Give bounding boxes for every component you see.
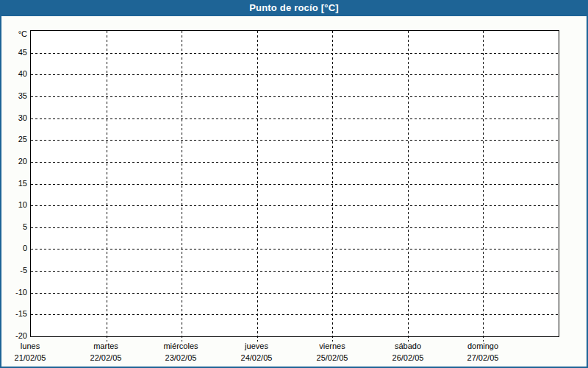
plot-area — [30, 30, 559, 337]
y-tick-label: 45 — [4, 48, 27, 57]
y-tick-label: 20 — [4, 157, 27, 166]
h-gridline — [31, 162, 559, 163]
y-tick-label: -20 — [4, 331, 27, 341]
h-gridline — [31, 205, 559, 206]
y-tick-label: 0 — [4, 244, 27, 253]
x-day-label: jueves — [220, 342, 293, 351]
h-gridline — [31, 140, 559, 141]
v-gridline — [483, 31, 484, 342]
v-gridline — [182, 31, 182, 342]
h-gridline — [31, 184, 559, 185]
v-gridline — [408, 31, 409, 342]
chart-window: Punto de rocío [°C] °C 45403530252015105… — [0, 0, 588, 368]
x-date-label: 27/02/05 — [446, 353, 520, 363]
x-day-label: lunes — [0, 342, 67, 351]
y-tick-label: -15 — [4, 309, 27, 319]
y-axis-unit-label: °C — [4, 29, 27, 39]
x-day-label: sábado — [371, 342, 445, 351]
x-date-label: 21/02/05 — [0, 353, 67, 363]
x-date-label: 22/02/05 — [69, 353, 143, 363]
x-date-label: 26/02/05 — [371, 353, 445, 363]
h-gridline — [31, 227, 559, 228]
h-gridline — [31, 96, 559, 97]
chart-title: Punto de rocío [°C] — [249, 2, 339, 13]
v-gridline — [257, 31, 258, 342]
x-date-label: 24/02/05 — [220, 353, 293, 363]
v-gridline — [332, 31, 333, 342]
x-day-label: miércoles — [144, 342, 218, 351]
y-tick-label: 25 — [4, 135, 27, 144]
y-tick-label: -5 — [4, 266, 27, 275]
y-tick-label: 15 — [4, 179, 27, 188]
y-tick-label: -10 — [4, 288, 27, 297]
y-tick-label: 30 — [4, 113, 27, 123]
x-date-label: 23/02/05 — [144, 353, 218, 363]
y-tick-label: 40 — [4, 69, 27, 79]
x-day-label: martes — [69, 342, 143, 351]
y-tick-label: 35 — [4, 91, 27, 101]
y-tick-label: 5 — [4, 222, 27, 232]
v-gridline — [107, 31, 107, 342]
title-bar: Punto de rocío [°C] — [1, 0, 587, 16]
x-day-label: viernes — [295, 342, 369, 351]
h-gridline — [31, 74, 559, 75]
h-gridline — [31, 314, 559, 315]
h-gridline — [31, 53, 559, 54]
x-date-label: 25/02/05 — [295, 353, 369, 363]
h-gridline — [31, 293, 559, 294]
h-gridline — [31, 118, 559, 119]
x-day-label: domingo — [446, 342, 520, 351]
h-gridline — [31, 271, 559, 272]
y-tick-label: 10 — [4, 200, 27, 210]
h-gridline — [31, 249, 559, 250]
